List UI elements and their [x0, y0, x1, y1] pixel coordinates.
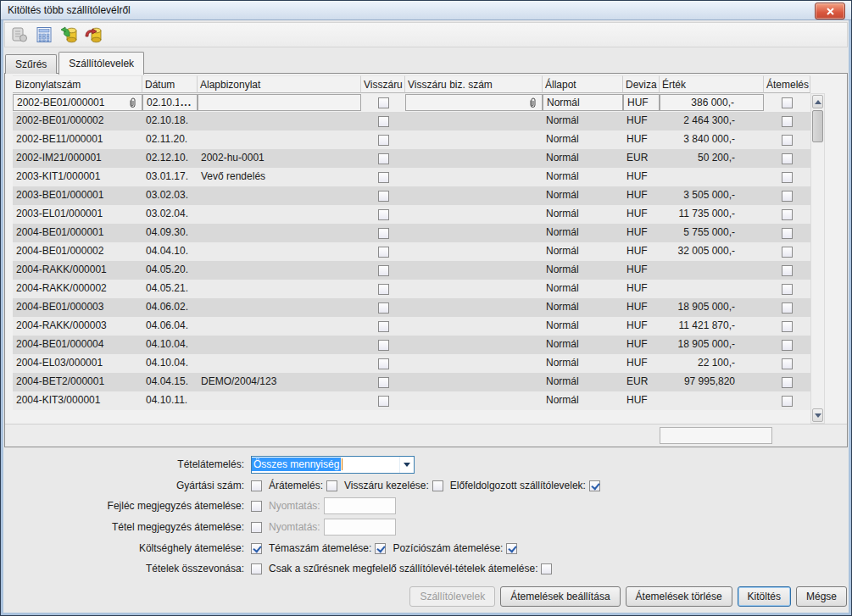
fejlec-nyomtatas-input[interactable] — [324, 497, 396, 514]
cell-deviza[interactable]: EUR — [623, 149, 660, 168]
column-header-deviza[interactable]: Deviza — [623, 75, 660, 93]
table-row[interactable]: 2002-BE11/00000102.11.20.NormálHUF3 840 … — [13, 130, 810, 149]
cell-datum[interactable]: 02.12.10. — [142, 149, 198, 168]
table-row[interactable]: 2004-RAKK/00000104.05.20.NormálHUF — [13, 261, 810, 280]
vertical-scrollbar[interactable] — [810, 93, 825, 424]
cell-datum[interactable]: 04.04.10. — [142, 242, 198, 261]
cell-datum[interactable]: 02.11.20. — [142, 130, 198, 149]
visszaru-checkbox[interactable] — [378, 340, 389, 351]
cell-alapbizonylat[interactable] — [198, 94, 361, 111]
cell-deviza[interactable]: HUF — [623, 205, 660, 224]
cell-visszaru-biz-szam[interactable] — [405, 391, 543, 410]
cell-datum[interactable]: 03.01.17. — [142, 168, 198, 186]
cell-bizonylatszam[interactable]: 2004-BE01/000003 — [13, 298, 142, 317]
koltseghely-checkbox[interactable] — [251, 543, 262, 554]
cell-ertek[interactable] — [660, 280, 764, 298]
cell-bizonylatszam[interactable]: 2002-IM21/000001 — [13, 149, 142, 168]
table-row[interactable]: 2004-EL03/00000104.10.04.NormálHUF22 100… — [13, 354, 810, 373]
cell-deviza[interactable]: HUF — [623, 391, 660, 410]
visszaru-checkbox[interactable] — [378, 116, 389, 127]
cell-visszaru-biz-szam[interactable] — [405, 336, 543, 354]
tab-szures[interactable]: Szűrés — [5, 54, 57, 74]
cell-bizonylatszam[interactable]: 2004-RAKK/000001 — [13, 261, 142, 280]
cell-bizonylatszam[interactable]: 2004-RAKK/000002 — [13, 280, 142, 298]
cell-allapot[interactable]: Normál — [543, 261, 623, 280]
atemeles-checkbox[interactable] — [782, 228, 793, 239]
cell-ertek[interactable] — [660, 261, 764, 280]
table-row[interactable]: 2003-EL01/00000103.02.04.NormálHUF11 735… — [13, 205, 810, 224]
cell-datum[interactable]: 02.10.18. — [142, 112, 198, 130]
scrollbar-thumb[interactable] — [812, 110, 823, 142]
table-row[interactable]: 2003-KIT1/00000103.01.17.Vevő rendelésNo… — [13, 168, 810, 186]
column-header-datum[interactable]: Dátum — [142, 75, 198, 93]
table-row[interactable]: 2003-BE01/00000103.02.03.NormálHUF3 505 … — [13, 186, 810, 205]
visszaru-checkbox[interactable] — [378, 228, 389, 239]
table-row[interactable]: 2004-BE01/00000204.04.10.NormálHUF32 005… — [13, 242, 810, 261]
cell-deviza[interactable]: HUF — [623, 298, 660, 317]
cell-ertek[interactable]: 3 505 000,- — [660, 186, 764, 205]
tetelatemeles-combobox[interactable]: Összes mennyiség — [251, 456, 415, 474]
cell-deviza[interactable]: HUF — [623, 94, 660, 111]
cell-bizonylatszam[interactable]: 2004-BE01/000002 — [13, 242, 142, 261]
cell-visszaru-biz-szam[interactable] — [405, 94, 543, 111]
cell-datum[interactable]: 04.10.04. — [142, 354, 198, 373]
atemelesek-beallitasa-button[interactable]: Átemelések beállítása — [500, 586, 620, 607]
cell-allapot[interactable]: Normál — [543, 186, 623, 205]
cell-datum[interactable]: 04.09.30. — [142, 224, 198, 242]
temaszam-checkbox[interactable] — [375, 543, 386, 554]
cell-ertek[interactable]: 11 735 000,- — [660, 205, 764, 224]
cell-ertek[interactable]: 2 464 300,- — [660, 112, 764, 130]
cell-ertek[interactable] — [660, 391, 764, 410]
atemeles-checkbox[interactable] — [782, 116, 793, 127]
cell-bizonylatszam[interactable]: 2004-BET2/000001 — [13, 373, 142, 391]
table-row[interactable]: 2004-BET2/00000104.04.15.DEMO/2004/123No… — [13, 373, 810, 391]
total-field[interactable] — [660, 427, 772, 444]
atemeles-checkbox[interactable] — [782, 377, 793, 388]
cell-visszaru-biz-szam[interactable] — [405, 354, 543, 373]
cell-alapbizonylat[interactable] — [198, 261, 361, 280]
cell-ertek[interactable]: 18 905 000,- — [660, 298, 764, 317]
column-header-allapot[interactable]: Állapot — [543, 75, 623, 93]
kitoltes-button[interactable]: Kitöltés — [738, 586, 791, 607]
atemeles-checkbox[interactable] — [782, 172, 793, 183]
atemeles-checkbox[interactable] — [782, 284, 793, 295]
cell-allapot[interactable]: Normál — [543, 224, 623, 242]
visszaru-checkbox[interactable] — [378, 265, 389, 276]
date-picker-button[interactable]: ... — [179, 95, 193, 110]
cell-visszaru-biz-szam[interactable] — [405, 205, 543, 224]
cell-ertek[interactable]: 3 840 000,- — [660, 130, 764, 149]
cell-deviza[interactable]: HUF — [623, 130, 660, 149]
cell-visszaru-biz-szam[interactable] — [405, 317, 543, 336]
atemeles-checkbox[interactable] — [782, 340, 793, 351]
cell-allapot[interactable]: Normál — [543, 168, 623, 186]
cell-ertek[interactable]: 5 755 000,- — [660, 224, 764, 242]
cell-bizonylatszam[interactable]: 2002-BE01/000001 — [13, 94, 142, 111]
cell-alapbizonylat[interactable] — [198, 224, 361, 242]
table-row[interactable]: 2002-IM21/00000102.12.10.2002-hu-0001Nor… — [13, 149, 810, 168]
cell-allapot[interactable]: Normál — [543, 149, 623, 168]
cell-alapbizonylat[interactable] — [198, 280, 361, 298]
table-row[interactable]: 2002-BE01/00000102.10.12....NormálHUF386… — [13, 93, 810, 112]
column-header-visszaru-biz-szam[interactable]: Visszáru biz. szám — [405, 75, 543, 93]
visszaru-checkbox[interactable] — [378, 97, 389, 108]
cell-allapot[interactable]: Normál — [543, 112, 623, 130]
cell-ertek[interactable]: 386 000,- — [660, 94, 764, 111]
pozicioszam-checkbox[interactable] — [506, 543, 517, 554]
cell-ertek[interactable]: 18 905 000,- — [660, 336, 764, 354]
atemeles-checkbox[interactable] — [782, 358, 793, 369]
visszaru-checkbox[interactable] — [378, 358, 389, 369]
cell-deviza[interactable]: HUF — [623, 336, 660, 354]
cell-bizonylatszam[interactable]: 2004-EL03/000001 — [13, 354, 142, 373]
cell-ertek[interactable]: 32 005 000,- — [660, 242, 764, 261]
cell-datum[interactable]: 04.10.11. — [142, 391, 198, 410]
cell-visszaru-biz-szam[interactable] — [405, 280, 543, 298]
cell-alapbizonylat[interactable]: 2002-hu-0001 — [198, 149, 361, 168]
cell-allapot[interactable]: Normál — [543, 298, 623, 317]
cell-deviza[interactable]: HUF — [623, 317, 660, 336]
cell-bizonylatszam[interactable]: 2003-KIT1/000001 — [13, 168, 142, 186]
cell-visszaru-biz-szam[interactable] — [405, 298, 543, 317]
cell-bizonylatszam[interactable]: 2004-BE01/000001 — [13, 224, 142, 242]
visszaru-checkbox[interactable] — [378, 209, 389, 220]
cell-datum[interactable]: 04.05.21. — [142, 280, 198, 298]
cell-bizonylatszam[interactable]: 2004-BE01/000004 — [13, 336, 142, 354]
